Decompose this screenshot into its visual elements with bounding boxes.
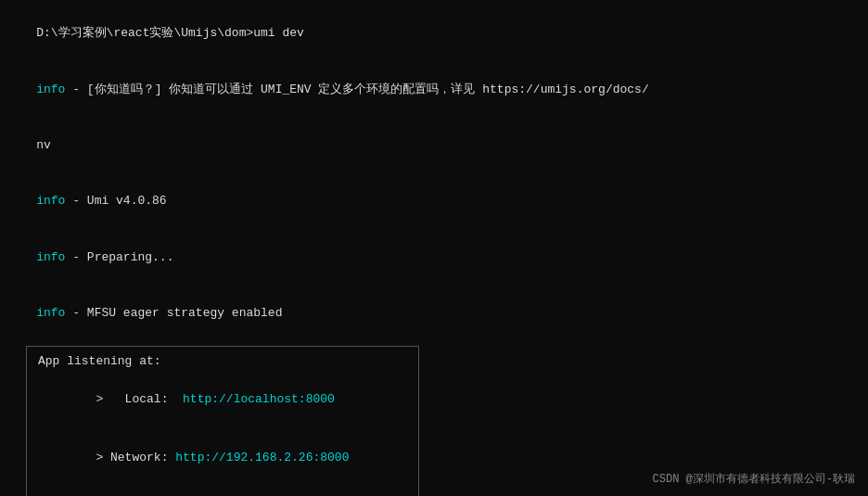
prefix-info-ver: info [36,194,65,208]
terminal-window: D:\学习案例\react实验\Umijs\dom>umi dev info -… [0,0,868,496]
prompt-text: D:\学习案例\react实验\Umijs\dom>umi dev [36,26,304,40]
box-line-empty [38,487,407,496]
app-listening-box: App listening at: > Local: http://localh… [26,346,419,496]
log-line-env: nv [7,118,861,173]
prefix-info-1: info [36,83,65,96]
box-line-1: App listening at: [38,352,407,372]
box-line-local: > Local: http://localhost:8000 [38,371,407,428]
log-line-version: info - Umi v4.0.86 [7,173,861,229]
watermark: CSDN @深圳市有德者科技有限公司-耿瑞 [653,471,855,487]
log-line-preparing: info - Preparing... [7,230,861,286]
prefix-info-prep: info [36,250,65,264]
local-url[interactable]: http://localhost:8000 [183,392,335,406]
network-url[interactable]: http://192.168.2.26:8000 [175,451,349,464]
box-line-network: > Network: http://192.168.2.26:8000 [38,429,407,487]
prompt-line: D:\学习案例\react实验\Umijs\dom>umi dev [7,6,861,61]
log-line-1: info - [你知道吗？] 你知道可以通过 UMI_ENV 定义多个环境的配置… [7,61,861,117]
prefix-info-mfsu: info [36,306,65,320]
log-line-mfsu: info - MFSU eager strategy enabled [7,286,861,341]
